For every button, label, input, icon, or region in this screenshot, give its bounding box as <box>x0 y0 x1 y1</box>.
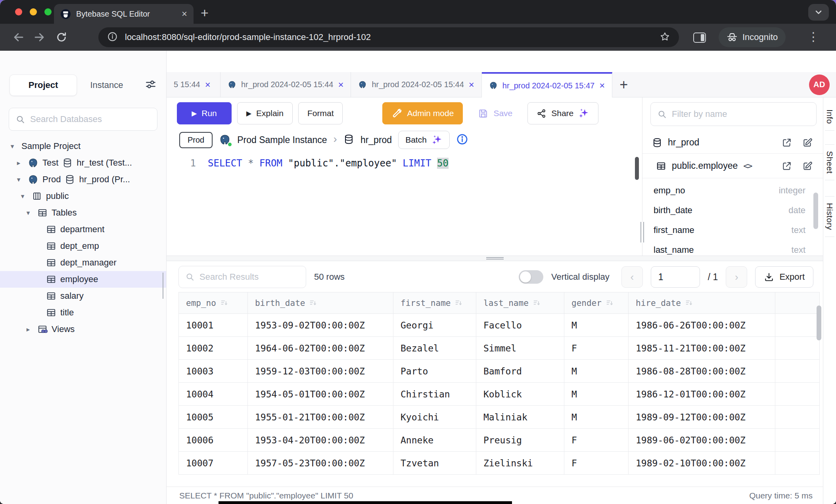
sort-icon[interactable] <box>220 299 228 307</box>
column-header[interactable]: emp_no <box>179 292 248 313</box>
results-resize-handle[interactable] <box>167 256 823 261</box>
sort-icon[interactable] <box>454 299 463 307</box>
column-header[interactable]: hire_date <box>629 292 775 313</box>
save-button[interactable]: Save <box>474 102 516 124</box>
schema-database-row[interactable]: hr_prod <box>642 132 823 154</box>
url-bar[interactable]: localhost:8080/sql-editor/prod-sample-in… <box>98 27 679 47</box>
editor-tab[interactable]: 5 15:44 × <box>167 72 221 97</box>
next-page-button[interactable]: › <box>726 266 747 288</box>
close-icon[interactable]: × <box>205 80 211 90</box>
info-icon[interactable] <box>456 133 468 147</box>
column-header[interactable]: birth_date <box>248 292 393 313</box>
tab-history[interactable]: History <box>825 196 834 237</box>
browser-tab[interactable]: Bytebase SQL Editor × <box>54 4 194 24</box>
tab-info[interactable]: Info <box>825 103 834 131</box>
tree-item-schema-public[interactable]: ▾ public <box>0 188 166 204</box>
caret-right-icon[interactable]: ▸ <box>13 159 24 167</box>
sort-icon[interactable] <box>685 299 693 307</box>
cell-first-name: Kyoichi <box>393 406 476 428</box>
schema-column-row[interactable]: birth_date date <box>642 200 823 220</box>
export-button[interactable]: Export <box>755 266 813 288</box>
tree-item-table-title[interactable]: title <box>0 304 166 321</box>
tree-item-table-salary[interactable]: salary <box>0 288 166 304</box>
admin-mode-button[interactable]: Admin mode <box>382 102 463 124</box>
share-button[interactable]: Share <box>527 102 598 124</box>
edit-icon[interactable] <box>802 161 813 171</box>
tree-item-prod-database[interactable]: ▾ Prod hr_prod (Pr... <box>0 171 166 188</box>
vertical-display-toggle[interactable] <box>519 270 543 284</box>
reload-button[interactable] <box>56 31 67 43</box>
sort-icon[interactable] <box>606 299 614 307</box>
tree-item-table-dept-manager[interactable]: dept_manager <box>0 254 166 271</box>
column-header[interactable]: last_name <box>476 292 564 313</box>
add-tab-button[interactable]: + <box>619 76 628 93</box>
minimize-window-button[interactable] <box>30 8 37 15</box>
sidebar-settings-button[interactable] <box>145 78 157 92</box>
column-header[interactable]: first_name <box>393 292 476 313</box>
schema-column-row[interactable]: first_name text <box>642 220 823 240</box>
instance-name[interactable]: Prod Sample Instance <box>237 135 327 145</box>
sql-code-line[interactable]: SELECT * FROM "public"."employee" LIMIT … <box>208 158 449 256</box>
close-icon[interactable]: × <box>599 81 605 90</box>
cell-birth-date: 1953-09-02T00:00:00Z <box>248 314 393 336</box>
editor-tab[interactable]: hr_prod 2024-02-05 15:44 × <box>351 72 481 97</box>
caret-down-icon[interactable]: ▾ <box>23 209 33 217</box>
tree-item-tables-group[interactable]: ▾ Tables <box>0 204 166 221</box>
caret-right-icon[interactable]: ▸ <box>23 325 33 334</box>
ai-sparkles-icon[interactable] <box>578 108 589 119</box>
schema-scrollbar-thumb[interactable] <box>813 193 818 229</box>
forward-button[interactable] <box>33 31 45 43</box>
tab-sheet[interactable]: Sheet <box>825 144 834 180</box>
bookmark-star-icon[interactable] <box>660 31 670 44</box>
tab-project[interactable]: Project <box>10 74 77 96</box>
page-number-input[interactable] <box>651 266 700 288</box>
avatar[interactable]: AD <box>809 74 830 95</box>
search-results-input[interactable] <box>199 272 299 282</box>
schema-column-row[interactable]: last_name text <box>642 240 823 256</box>
batch-button[interactable]: Batch <box>398 131 450 149</box>
tree-item-sample-project[interactable]: ▾ Sample Project <box>0 138 166 155</box>
prev-page-button[interactable]: ‹ <box>621 266 643 288</box>
explain-button[interactable]: ▶ Explain <box>237 102 293 124</box>
schema-table-row[interactable]: public.employee <> <box>642 154 823 178</box>
code-icon[interactable]: <> <box>743 161 752 171</box>
run-button[interactable]: ▶ Run <box>177 102 232 124</box>
tab-search-button[interactable] <box>808 4 829 21</box>
back-button[interactable] <box>13 31 25 43</box>
caret-down-icon[interactable]: ▾ <box>17 192 28 200</box>
search-databases-input[interactable] <box>30 114 151 124</box>
external-link-icon[interactable] <box>782 161 792 171</box>
edit-icon[interactable] <box>802 137 813 148</box>
filter-by-name-input[interactable] <box>672 109 810 119</box>
close-window-button[interactable] <box>15 8 22 15</box>
tab-instance[interactable]: Instance <box>77 74 136 96</box>
tree-item-test-database[interactable]: ▸ Test hr_test (Test... <box>0 155 166 171</box>
tree-item-table-department[interactable]: department <box>0 221 166 238</box>
caret-down-icon[interactable]: ▾ <box>7 142 17 151</box>
column-header[interactable]: gender <box>564 292 629 313</box>
table-scrollbar-thumb[interactable] <box>817 305 821 340</box>
sort-icon[interactable] <box>533 299 541 307</box>
tree-item-table-dept-emp[interactable]: dept_emp <box>0 238 166 254</box>
caret-down-icon[interactable]: ▾ <box>13 176 24 184</box>
close-icon[interactable]: × <box>338 80 343 90</box>
editor-scrollbar-thumb[interactable] <box>635 157 639 180</box>
url-text[interactable]: localhost:8080/sql-editor/prod-sample-in… <box>125 32 652 42</box>
editor-tab[interactable]: hr_prod 2024-02-05 15:44 × <box>221 72 351 97</box>
browser-menu-button[interactable]: ⋮ <box>807 30 819 44</box>
close-icon[interactable]: × <box>182 9 187 19</box>
tree-item-views-group[interactable]: ▸ Views <box>0 321 166 338</box>
format-button[interactable]: Format <box>298 102 343 124</box>
sql-editor[interactable]: 1 SELECT * FROM "public"."employee" LIMI… <box>167 152 642 256</box>
close-icon[interactable]: × <box>469 80 474 90</box>
sort-icon[interactable] <box>309 299 317 307</box>
tree-item-table-employee[interactable]: employee <box>0 271 166 288</box>
new-tab-button[interactable]: + <box>201 5 209 21</box>
editor-tab-active[interactable]: hr_prod 2024-02-05 15:47 × <box>482 72 612 97</box>
zoom-window-button[interactable] <box>44 8 52 15</box>
external-link-icon[interactable] <box>782 137 792 148</box>
site-info-icon[interactable] <box>107 31 118 44</box>
database-name[interactable]: hr_prod <box>360 135 392 145</box>
side-panel-icon[interactable] <box>693 32 706 43</box>
schema-column-row[interactable]: emp_no integer <box>642 181 823 200</box>
